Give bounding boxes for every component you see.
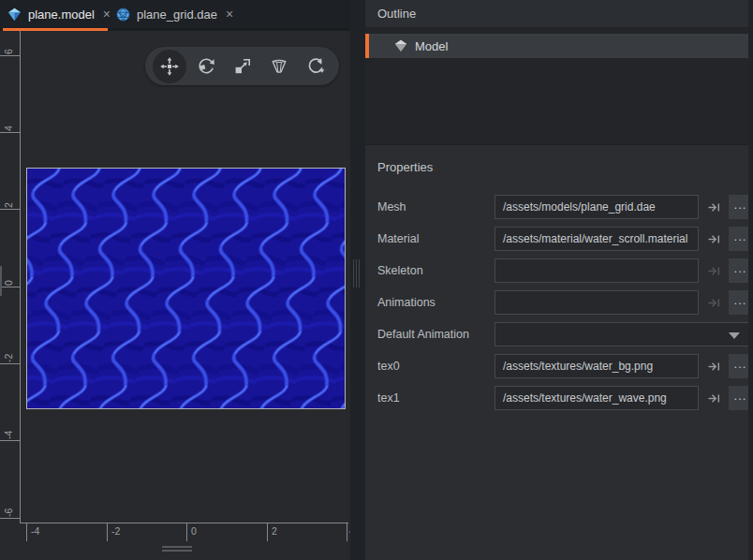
ruler-y-label: -6 bbox=[2, 493, 15, 517]
ruler-x-label: -2 bbox=[111, 525, 120, 537]
chevron-down-icon bbox=[729, 332, 740, 339]
display-cone-tool-button[interactable] bbox=[262, 50, 296, 83]
goto-asset-icon[interactable] bbox=[702, 195, 725, 219]
ruler-y-label: 0 bbox=[2, 261, 15, 286]
tex0-input[interactable]: /assets/textures/water_bg.png bbox=[495, 354, 699, 378]
property-label: tex0 bbox=[377, 354, 400, 378]
properties-title: Properties bbox=[377, 160, 433, 174]
tab-plane-model[interactable]: plane.model × bbox=[2, 0, 118, 28]
ruler-tick bbox=[0, 440, 20, 441]
ruler-tick bbox=[107, 523, 108, 541]
outline-title: Outline bbox=[377, 7, 416, 21]
rotate-icon bbox=[196, 56, 216, 77]
goto-asset-icon bbox=[702, 258, 725, 283]
default-animation-dropdown[interactable] bbox=[495, 322, 752, 346]
property-row-animations: Animations ... bbox=[365, 290, 753, 315]
property-label: Mesh bbox=[377, 195, 406, 219]
ruler-tick bbox=[26, 523, 27, 541]
tab-label: plane.model bbox=[28, 7, 95, 22]
tex1-input[interactable]: /assets/textures/water_wave.png bbox=[495, 386, 699, 410]
rotate-tool-button[interactable] bbox=[189, 50, 223, 83]
cone-wireframe-icon bbox=[269, 56, 289, 77]
ruler-tick bbox=[186, 523, 187, 541]
ruler-x-label: 2 bbox=[272, 525, 277, 537]
ruler-y-label: 2 bbox=[2, 184, 15, 208]
ruler-tick bbox=[0, 132, 20, 133]
property-label: Material bbox=[377, 227, 419, 251]
ruler-y-axis-line bbox=[20, 31, 21, 523]
ruler-x-label: 0 bbox=[191, 525, 197, 537]
reload-tool-button[interactable] bbox=[299, 50, 332, 83]
ruler-tick bbox=[0, 209, 20, 210]
left-splitter-grip[interactable] bbox=[0, 266, 2, 296]
water-texture bbox=[27, 169, 345, 408]
scale-tool-button[interactable] bbox=[226, 50, 259, 83]
ruler-y-label: -4 bbox=[2, 415, 15, 439]
outline-item-label: Model bbox=[415, 39, 448, 53]
material-input[interactable]: /assets/material/water_scroll.material bbox=[495, 227, 699, 251]
property-row-tex1: tex1 /assets/textures/water_wave.png ... bbox=[365, 386, 753, 410]
scrollbar-track[interactable] bbox=[748, 0, 753, 560]
property-row-default-animation: Default Animation bbox=[365, 322, 753, 346]
model-editor-window: plane.model × plane_grid.dae × 6 4 2 0 -… bbox=[0, 0, 753, 560]
ruler-tick bbox=[0, 55, 20, 56]
ruler-tick bbox=[0, 518, 20, 519]
gem-icon bbox=[7, 7, 22, 22]
move-icon bbox=[159, 56, 180, 77]
goto-asset-icon[interactable] bbox=[702, 354, 725, 378]
scale-icon bbox=[232, 56, 253, 77]
ruler-x-axis-line bbox=[20, 523, 348, 523]
outline-item-model[interactable]: Model bbox=[365, 34, 753, 58]
tab-bar: plane.model × plane_grid.dae × bbox=[0, 0, 350, 28]
selection-accent-bar bbox=[365, 34, 369, 58]
goto-asset-icon bbox=[702, 290, 725, 315]
property-label: Default Animation bbox=[377, 322, 469, 346]
property-row-tex0: tex0 /assets/textures/water_bg.png ... bbox=[365, 354, 753, 378]
ruler-y-label: 6 bbox=[2, 30, 15, 54]
ruler-y-label: -2 bbox=[2, 338, 15, 362]
goto-asset-icon[interactable] bbox=[702, 386, 725, 410]
goto-asset-icon[interactable] bbox=[702, 227, 725, 251]
property-row-mesh: Mesh /assets/models/plane_grid.dae ... bbox=[365, 195, 753, 219]
ruler-x-label: -4 bbox=[31, 525, 39, 537]
ruler-tick bbox=[0, 287, 20, 287]
ruler-y-label: 4 bbox=[2, 107, 15, 131]
animations-input[interactable] bbox=[495, 290, 699, 315]
water-plane-mesh[interactable] bbox=[26, 168, 346, 409]
ruler-tick bbox=[347, 523, 347, 541]
bottom-splitter-grip[interactable] bbox=[162, 546, 192, 548]
model-gem-icon bbox=[394, 39, 407, 52]
skeleton-input[interactable] bbox=[495, 258, 699, 283]
outline-header: Outline bbox=[365, 0, 753, 27]
close-tab-icon[interactable]: × bbox=[224, 7, 235, 21]
property-label: Animations bbox=[377, 290, 436, 315]
mesh-input[interactable]: /assets/models/plane_grid.dae bbox=[495, 195, 699, 219]
bottom-splitter-grip[interactable] bbox=[162, 550, 192, 552]
mesh-sphere-icon bbox=[116, 7, 130, 22]
viewport-toolbar bbox=[145, 47, 339, 85]
reload-icon bbox=[305, 56, 326, 77]
property-row-skeleton: Skeleton ... bbox=[365, 258, 753, 283]
ruler-tick bbox=[0, 363, 20, 364]
ruler-tick bbox=[267, 523, 268, 541]
tab-label: plane_grid.dae bbox=[137, 7, 217, 22]
panel-splitter[interactable] bbox=[350, 0, 365, 560]
move-tool-button[interactable] bbox=[153, 50, 186, 83]
property-label: Skeleton bbox=[377, 258, 423, 283]
property-label: tex1 bbox=[377, 386, 400, 410]
tab-plane-grid-dae[interactable]: plane_grid.dae × bbox=[111, 0, 241, 28]
property-row-material: Material /assets/material/water_scroll.m… bbox=[365, 227, 753, 251]
